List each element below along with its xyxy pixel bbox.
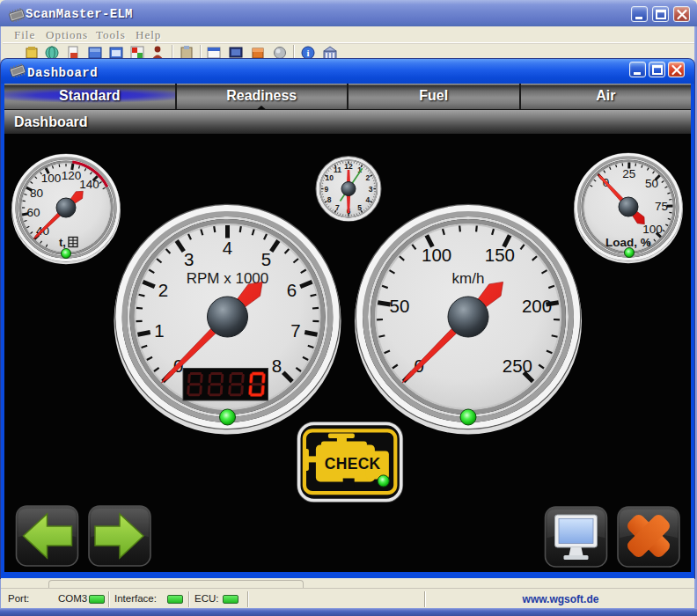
svg-text:150: 150 [485, 245, 515, 265]
svg-text:8: 8 [272, 356, 282, 376]
svg-text:2: 2 [158, 280, 168, 300]
svg-text:100: 100 [422, 245, 451, 265]
svg-text:100: 100 [41, 172, 62, 185]
svg-text:3: 3 [369, 185, 373, 194]
svg-text:8: 8 [327, 195, 332, 204]
svg-text:11: 11 [334, 165, 341, 174]
svg-text:2: 2 [365, 173, 370, 182]
svg-text:7: 7 [335, 203, 340, 212]
svg-text:1: 1 [154, 320, 164, 341]
svg-text:9: 9 [324, 185, 328, 194]
svg-text:7: 7 [290, 320, 300, 341]
svg-text:10: 10 [325, 173, 334, 182]
svg-text:4: 4 [365, 195, 370, 204]
svg-text:5: 5 [357, 203, 362, 212]
svg-text:100: 100 [642, 223, 663, 236]
svg-text:Load, %: Load, % [605, 236, 651, 249]
svg-text:km/h: km/h [452, 270, 485, 287]
svg-text:3: 3 [184, 249, 194, 269]
svg-text:CHECK: CHECK [325, 455, 381, 473]
svg-text:4: 4 [223, 238, 232, 258]
svg-text:200: 200 [522, 296, 552, 316]
svg-text:50: 50 [645, 177, 658, 190]
svg-text:60: 60 [26, 206, 40, 219]
svg-text:i: i [306, 48, 309, 58]
svg-text:250: 250 [503, 356, 532, 376]
svg-text:6: 6 [287, 280, 297, 300]
svg-text:140: 140 [79, 178, 99, 191]
svg-text:5: 5 [261, 249, 271, 269]
svg-text:12: 12 [344, 162, 353, 171]
svg-text:50: 50 [390, 296, 410, 316]
svg-text:80: 80 [30, 187, 43, 200]
svg-text:75: 75 [655, 200, 668, 213]
svg-text:120: 120 [62, 169, 82, 182]
svg-text:t,: t, [59, 236, 66, 249]
svg-text:25: 25 [622, 167, 635, 180]
